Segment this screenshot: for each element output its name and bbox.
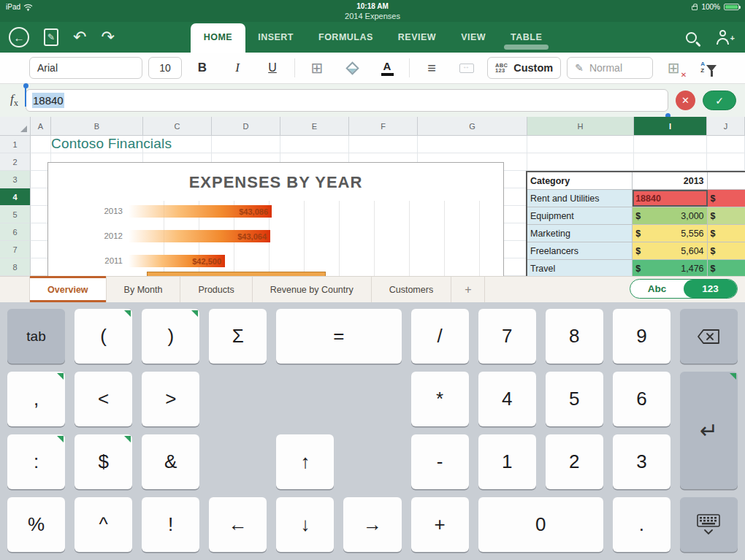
- column-header-d[interactable]: D: [212, 117, 280, 136]
- tab-view[interactable]: VIEW: [448, 32, 498, 53]
- add-sheet-button[interactable]: +: [451, 277, 485, 302]
- key-period[interactable]: .: [613, 497, 670, 552]
- cell-b1-title[interactable]: Contoso Financials: [51, 136, 172, 152]
- row-header-4[interactable]: 4: [0, 188, 31, 206]
- search-icon[interactable]: [686, 32, 697, 43]
- tab-review[interactable]: REVIEW: [386, 32, 448, 53]
- sheet-tab-revenue-by-country[interactable]: Revenue by Country: [253, 277, 372, 302]
- row-header-2[interactable]: 2: [0, 153, 31, 171]
- font-name-selector[interactable]: Arial: [29, 57, 142, 79]
- key-colon[interactable]: :: [7, 434, 65, 489]
- key-close-paren[interactable]: ): [142, 309, 199, 364]
- sheet-tab-overview[interactable]: Overview: [29, 277, 107, 302]
- share-add-person-icon[interactable]: +: [716, 29, 733, 45]
- row-header-7[interactable]: 7: [0, 241, 31, 258]
- column-header-h[interactable]: H: [527, 117, 634, 136]
- merge-cells-button[interactable]: [452, 56, 481, 80]
- cell-2013-value[interactable]: $1,476: [633, 260, 707, 276]
- cell-category[interactable]: Freelancers: [527, 242, 633, 259]
- key-tab[interactable]: tab: [7, 309, 65, 364]
- number-format-button[interactable]: ABC 123 Custom: [487, 57, 561, 79]
- underline-button[interactable]: U: [258, 56, 287, 80]
- cell-2013-value[interactable]: $5,604: [633, 242, 707, 259]
- keyboard-mode-toggle[interactable]: Abc 123: [630, 279, 738, 299]
- tab-insert[interactable]: INSERT: [245, 32, 306, 53]
- cell-category[interactable]: Travel: [527, 260, 633, 276]
- borders-button[interactable]: ⊞: [302, 56, 332, 80]
- font-size-selector[interactable]: 10: [148, 57, 182, 79]
- key-exclamation[interactable]: !: [142, 497, 199, 552]
- sheet-tab-customers[interactable]: Customers: [372, 277, 451, 302]
- selected-text[interactable]: 18840: [32, 93, 64, 108]
- key-plus[interactable]: +: [411, 497, 469, 552]
- key-greater-than[interactable]: >: [142, 372, 199, 426]
- cell-2013-value[interactable]: 18840: [633, 190, 707, 207]
- tab-home[interactable]: HOME: [191, 23, 246, 53]
- key-ampersand[interactable]: &: [142, 434, 199, 489]
- italic-button[interactable]: I: [223, 56, 252, 80]
- chart-bar[interactable]: $43,086: [129, 205, 272, 218]
- row-header-6[interactable]: 6: [0, 223, 31, 241]
- key-3[interactable]: 3: [613, 434, 670, 489]
- key-0[interactable]: 0: [478, 497, 603, 552]
- key-return[interactable]: ↵: [680, 372, 738, 489]
- key-arrow-down[interactable]: ↓: [276, 497, 334, 552]
- expenses-chart[interactable]: EXPENSES BY YEAR 2013$43,0862012$43,0642…: [47, 162, 504, 276]
- row-header-3[interactable]: 3: [0, 171, 31, 188]
- key-minus[interactable]: -: [411, 434, 469, 489]
- key-autosum[interactable]: Σ: [209, 309, 267, 364]
- cell-category[interactable]: Equipment: [527, 207, 633, 224]
- tab-formulas[interactable]: FORMULAS: [306, 32, 386, 53]
- key-multiply[interactable]: *: [411, 372, 469, 426]
- key-dismiss-keyboard[interactable]: [680, 497, 738, 552]
- key-divide[interactable]: /: [411, 309, 469, 364]
- key-arrow-left[interactable]: ←: [209, 497, 267, 552]
- key-8[interactable]: 8: [546, 309, 603, 364]
- formula-input[interactable]: 18840: [26, 89, 668, 112]
- fill-color-button[interactable]: [337, 56, 367, 80]
- key-5[interactable]: 5: [546, 372, 603, 426]
- column-header-i[interactable]: I: [634, 117, 707, 136]
- column-header-g[interactable]: G: [418, 117, 527, 136]
- selection-handle-start[interactable]: [23, 83, 28, 88]
- insert-delete-cells-button[interactable]: ⊞✕: [659, 56, 688, 80]
- cell-2014-value[interactable]: $5: [708, 242, 745, 259]
- key-caret[interactable]: ^: [74, 497, 132, 552]
- key-dollar[interactable]: $: [74, 434, 132, 489]
- cell-2013-value[interactable]: $3,000: [633, 207, 707, 224]
- key-less-than[interactable]: <: [74, 372, 132, 426]
- column-header-c[interactable]: C: [143, 117, 212, 136]
- cell-category[interactable]: Marketing: [527, 225, 633, 242]
- sort-filter-button[interactable]: AZ: [694, 56, 723, 80]
- cell-2013-value[interactable]: $5,556: [633, 225, 707, 242]
- cell-2014-value[interactable]: $5: [708, 225, 745, 242]
- column-header-e[interactable]: E: [280, 117, 349, 136]
- row-header-5[interactable]: 5: [0, 206, 31, 223]
- select-all-corner[interactable]: [0, 117, 31, 136]
- key-open-paren[interactable]: (: [74, 309, 132, 364]
- cell-category[interactable]: Rent and Utilities: [527, 190, 633, 207]
- tab-table[interactable]: TABLE: [498, 32, 554, 53]
- cell-styles-button[interactable]: ✎ Normal: [567, 57, 653, 79]
- cancel-entry-button[interactable]: ✕: [676, 91, 695, 110]
- numeric-mode-button[interactable]: 123: [684, 280, 737, 298]
- key-comma[interactable]: ,: [7, 372, 65, 426]
- column-header-b[interactable]: B: [51, 117, 143, 136]
- sheet-tab-by-month[interactable]: By Month: [107, 277, 181, 302]
- column-header-f[interactable]: F: [349, 117, 418, 136]
- abc-mode-button[interactable]: Abc: [630, 280, 684, 298]
- chart-bar[interactable]: $42,500: [129, 255, 225, 267]
- key-backspace[interactable]: [680, 309, 738, 364]
- sheet-cells[interactable]: Contoso Financials EXPENSES BY YEAR 2013…: [31, 136, 745, 276]
- row-header-8[interactable]: 8: [0, 258, 31, 276]
- bold-button[interactable]: B: [188, 56, 217, 80]
- key-equals[interactable]: =: [276, 309, 401, 364]
- key-arrow-up[interactable]: ↑: [276, 434, 334, 489]
- key-7[interactable]: 7: [478, 309, 536, 364]
- chart-bar[interactable]: $43,064: [129, 230, 270, 242]
- key-6[interactable]: 6: [613, 372, 670, 426]
- sheet-tab-products[interactable]: Products: [180, 277, 252, 302]
- cell-2014-value[interactable]: $1: [708, 260, 745, 276]
- key-arrow-right[interactable]: →: [343, 497, 401, 552]
- cell-2014-value[interactable]: $17: [708, 190, 745, 207]
